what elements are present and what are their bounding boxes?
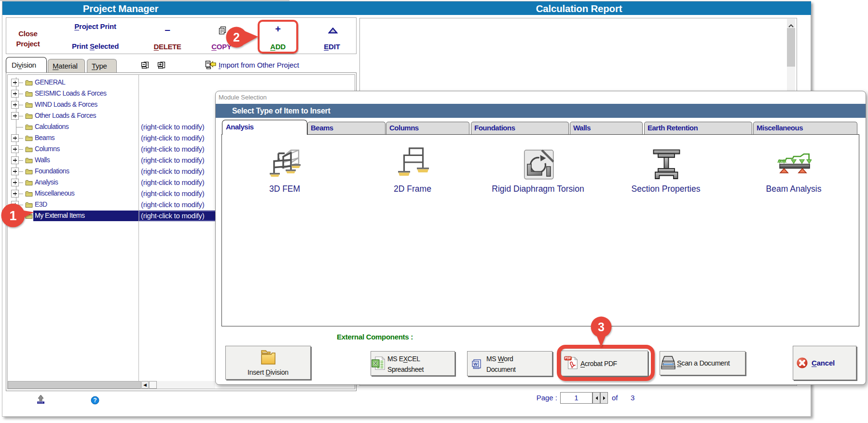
svg-text:W: W <box>473 362 478 367</box>
svg-text:?: ? <box>93 397 96 404</box>
svg-text:2: 2 <box>233 30 240 44</box>
svg-text:3: 3 <box>598 320 605 334</box>
svg-text:1: 1 <box>9 209 16 223</box>
